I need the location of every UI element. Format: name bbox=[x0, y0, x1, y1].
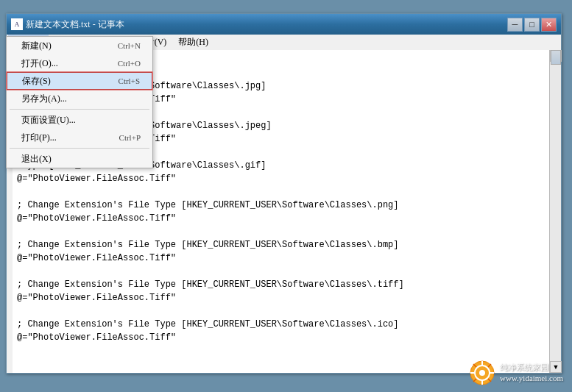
menu-item-pagesetup-label: 页面设置(U)... bbox=[21, 114, 76, 126]
text-line: ; Change Extension's File Type [HKEY_CUR… bbox=[17, 278, 557, 291]
watermark-line2: www.yidaimei.com bbox=[500, 373, 563, 384]
menu-item-print[interactable]: 打印(P)... Ctrl+P bbox=[7, 129, 152, 146]
text-line: @="PhotoViewer.FileAssoc.Tiff" bbox=[17, 291, 557, 304]
menu-item-print-label: 打印(P)... bbox=[21, 132, 57, 144]
menu-item-print-shortcut: Ctrl+P bbox=[119, 133, 141, 142]
maximize-button[interactable]: □ bbox=[524, 18, 540, 32]
svg-point-2 bbox=[479, 370, 485, 376]
watermark-logo-icon bbox=[469, 360, 495, 386]
menu-item-save-label: 保存(S) bbox=[22, 75, 51, 88]
menu-item-open[interactable]: 打开(O)... Ctrl+O bbox=[7, 54, 152, 72]
menu-item-exit-label: 退出(X) bbox=[21, 153, 52, 165]
menu-item-new[interactable]: 新建(N) Ctrl+N bbox=[7, 37, 152, 54]
text-line bbox=[17, 265, 557, 278]
menu-item-new-shortcut: Ctrl+N bbox=[118, 41, 141, 50]
text-line bbox=[17, 304, 557, 318]
minimize-button[interactable]: ─ bbox=[507, 18, 523, 32]
scroll-thumb[interactable] bbox=[551, 50, 561, 65]
menu-item-saveas[interactable]: 另存为(A)... bbox=[7, 90, 152, 107]
text-line: ; Change Extension's File Type [HKEY_CUR… bbox=[17, 238, 557, 252]
text-line bbox=[17, 185, 557, 199]
menu-item-pagesetup[interactable]: 页面设置(U)... bbox=[7, 111, 152, 129]
text-line: @="PhotoViewer.FileAssoc.Tiff" bbox=[17, 331, 557, 344]
vertical-scrollbar[interactable]: ▲ ▼ bbox=[549, 50, 561, 373]
text-line: @="PhotoViewer.FileAssoc.Tiff" bbox=[17, 172, 557, 185]
separator-1 bbox=[10, 109, 149, 110]
text-line: @="PhotoViewer.FileAssoc.Tiff" bbox=[17, 252, 557, 265]
menu-help[interactable]: 帮助(H) bbox=[172, 35, 214, 51]
menu-item-exit[interactable]: 退出(X) bbox=[7, 150, 152, 168]
watermark-text-block: 纯净系统家园 www.yidaimei.com bbox=[500, 362, 563, 385]
menu-item-open-label: 打开(O)... bbox=[21, 57, 58, 70]
text-line: ; Change Extension's File Type [HKEY_CUR… bbox=[17, 199, 557, 212]
watermark-line1: 纯净系统家园 bbox=[500, 362, 563, 373]
menu-item-open-shortcut: Ctrl+O bbox=[118, 59, 141, 68]
file-dropdown-menu: 新建(N) Ctrl+N 打开(O)... Ctrl+O 保存(S) Ctrl+… bbox=[6, 36, 153, 168]
separator-2 bbox=[10, 148, 149, 149]
menu-item-new-label: 新建(N) bbox=[21, 40, 52, 52]
watermark: 纯净系统家园 www.yidaimei.com bbox=[469, 360, 563, 386]
text-line: @="PhotoViewer.FileAssoc.Tiff" bbox=[17, 212, 557, 225]
text-line: ; Change Extension's File Type [HKEY_CUR… bbox=[17, 318, 557, 331]
window-title: 新建文本文档.txt - 记事本 bbox=[26, 18, 507, 31]
title-bar: A 新建文本文档.txt - 记事本 ─ □ ✕ bbox=[7, 14, 561, 35]
menu-item-save[interactable]: 保存(S) Ctrl+S bbox=[7, 72, 152, 90]
text-line bbox=[17, 225, 557, 238]
menu-item-save-shortcut: Ctrl+S bbox=[119, 76, 140, 85]
close-button[interactable]: ✕ bbox=[541, 18, 557, 32]
menu-item-saveas-label: 另存为(A)... bbox=[21, 93, 67, 105]
window-controls: ─ □ ✕ bbox=[507, 18, 557, 32]
app-icon: A bbox=[11, 18, 23, 30]
